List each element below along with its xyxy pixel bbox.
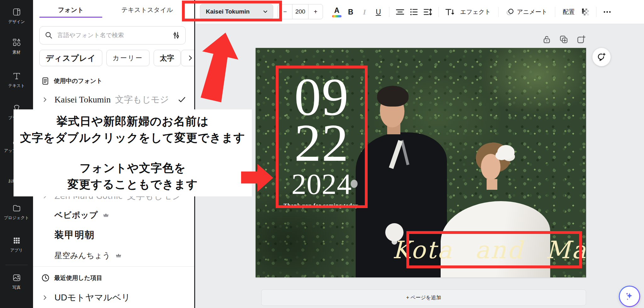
list-button[interactable]	[407, 3, 421, 21]
sidebar-item-text[interactable]: テキスト	[0, 71, 33, 89]
tab-fonts[interactable]: フォント	[39, 4, 102, 15]
vertical-text-button[interactable]	[443, 3, 456, 21]
bride-figure	[497, 145, 515, 160]
sidebar-item-elements[interactable]: 素材	[0, 38, 33, 55]
duplicate-page-button[interactable]	[559, 35, 568, 44]
chevron-down-icon	[262, 9, 268, 15]
text-icon	[12, 71, 21, 81]
tutorial-overlay: 挙式日や新郎新婦のお名前は 文字をダブルクリックをして変更できます フォントや文…	[14, 109, 252, 196]
wedding-date-text[interactable]: 09 22 2024 Thank you for coming today.	[276, 66, 368, 208]
toolbar-buttons: A B I U	[330, 0, 614, 24]
font-row-ud-motoya[interactable]: UDモトヤマルベリ	[33, 290, 195, 305]
font-row-bebipop[interactable]: ベビポップ	[33, 208, 195, 222]
chips-scroll-right-button[interactable]	[181, 50, 195, 66]
text-toolbar: Kaisei Tokumin − 200 + A B I U	[195, 0, 644, 24]
sidebar-item-apps[interactable]: アプリ	[0, 236, 33, 253]
sidebar-item-label: アプリ	[10, 247, 23, 253]
bride-figure	[487, 179, 497, 190]
groom-figure	[377, 86, 409, 107]
photos-icon	[12, 273, 21, 282]
date-day[interactable]: 22	[276, 120, 368, 166]
tutorial-line: 変更することもできます	[67, 176, 198, 193]
lock-button[interactable]	[542, 35, 551, 44]
selected-font-name: Kaisei Tokumin	[206, 8, 262, 15]
font-name: UDモトヤマルベリ	[54, 292, 130, 304]
folder-icon	[12, 203, 21, 213]
couple-names-text[interactable]: Kota and Mai	[406, 231, 582, 268]
tutorial-line: フォントや文字色を	[79, 160, 186, 176]
font-row-kaisei-tokumin[interactable]: Kaisei Tokumin 文字もじモジ	[33, 92, 195, 107]
text-color-button[interactable]: A	[330, 3, 344, 21]
active-tab-underline	[39, 17, 102, 18]
elements-icon	[12, 38, 21, 47]
bulleted-list-icon	[410, 8, 418, 16]
sidebar-divider	[5, 265, 28, 265]
font-filter-chips: ディスプレイ カーリー 太字 クール	[39, 50, 195, 67]
bold-letter: B	[348, 9, 353, 16]
line-spacing-icon	[423, 8, 432, 16]
animate-circles-icon	[506, 8, 514, 16]
font-search-box	[39, 26, 186, 44]
duplicate-page-icon	[559, 35, 568, 44]
line-spacing-button[interactable]	[421, 3, 435, 21]
italic-button[interactable]: I	[358, 3, 371, 21]
chip-bold[interactable]: 太字	[154, 50, 181, 66]
italic-letter: I	[363, 8, 366, 16]
premium-crown-icon	[116, 253, 121, 258]
font-size-value[interactable]: 200	[292, 4, 308, 19]
check-icon	[178, 95, 186, 104]
font-size-decrease-button[interactable]: −	[278, 4, 292, 19]
more-dots-icon	[602, 8, 612, 16]
chevron-right-icon[interactable]	[42, 97, 48, 102]
more-options-button[interactable]	[600, 3, 614, 21]
add-page-icon-button[interactable]	[576, 35, 585, 44]
chip-display[interactable]: ディスプレイ	[39, 50, 102, 66]
toolbar-divider	[389, 7, 389, 17]
underline-button[interactable]: U	[371, 3, 385, 21]
bold-button[interactable]: B	[344, 3, 358, 21]
text-color-letter: A	[334, 7, 340, 14]
design-icon	[12, 7, 21, 17]
ai-assistant-button[interactable]	[619, 286, 640, 307]
tutorial-line: 挙式日や新郎新婦のお名前は	[56, 113, 209, 130]
effects-button[interactable]: エフェクト	[456, 8, 494, 16]
recent-heading-label: 最近使用した項目	[54, 274, 102, 282]
premium-crown-icon	[103, 213, 109, 217]
chip-curly[interactable]: カーリー	[106, 50, 150, 66]
design-canvas-page[interactable]: 09 22 2024 Thank you for coming today. K…	[256, 48, 586, 277]
search-input[interactable]	[57, 32, 168, 39]
font-row-hoshizora-mincho[interactable]: 星空みんちょう	[33, 248, 195, 262]
font-name: ベビポップ	[54, 210, 98, 221]
page-controls	[542, 35, 585, 44]
align-center-icon	[396, 8, 404, 16]
sidebar-item-projects[interactable]: プロジェクト	[0, 203, 33, 221]
sidebar-item-photos[interactable]: 写真	[0, 273, 33, 290]
thanks-text[interactable]: Thank you for coming today.	[276, 202, 368, 209]
bride-figure	[481, 154, 500, 180]
font-name: 装甲明朝	[54, 229, 95, 241]
transparency-button[interactable]	[579, 3, 592, 21]
font-size-increase-button[interactable]: +	[308, 4, 323, 19]
canva-editor: デザイン 素材 テキスト ブランド アップロード お絵かき プロジェクト アプ	[0, 0, 644, 308]
sidebar-item-design[interactable]: デザイン	[0, 7, 33, 25]
chevron-right-icon	[188, 55, 193, 61]
sidebar-item-label: テキスト	[8, 83, 25, 89]
font-row-soukou-mincho[interactable]: 装甲明朝	[33, 227, 195, 243]
date-year[interactable]: 2024	[276, 169, 368, 199]
add-comment-button[interactable]	[592, 48, 611, 66]
font-size-stepper: − 200 +	[278, 4, 323, 19]
document-icon	[41, 77, 49, 85]
in-use-heading-label: 使用中のフォント	[54, 77, 102, 85]
font-name: Kaisei Tokumin	[54, 95, 111, 105]
position-button[interactable]: 配置	[559, 8, 579, 16]
font-family-dropdown[interactable]: Kaisei Tokumin	[200, 4, 273, 19]
animate-button[interactable]: アニメート	[502, 8, 551, 16]
tab-text-styles[interactable]: テキストスタイル	[113, 4, 181, 15]
comment-plus-icon	[597, 52, 606, 62]
text-align-button[interactable]	[393, 3, 407, 21]
filter-sliders-icon[interactable]	[172, 31, 180, 39]
clock-icon	[41, 274, 50, 282]
sidebar-item-label: 素材	[13, 49, 21, 55]
chevron-right-icon[interactable]	[42, 295, 48, 300]
add-page-button[interactable]: + ページを追加	[261, 289, 586, 306]
